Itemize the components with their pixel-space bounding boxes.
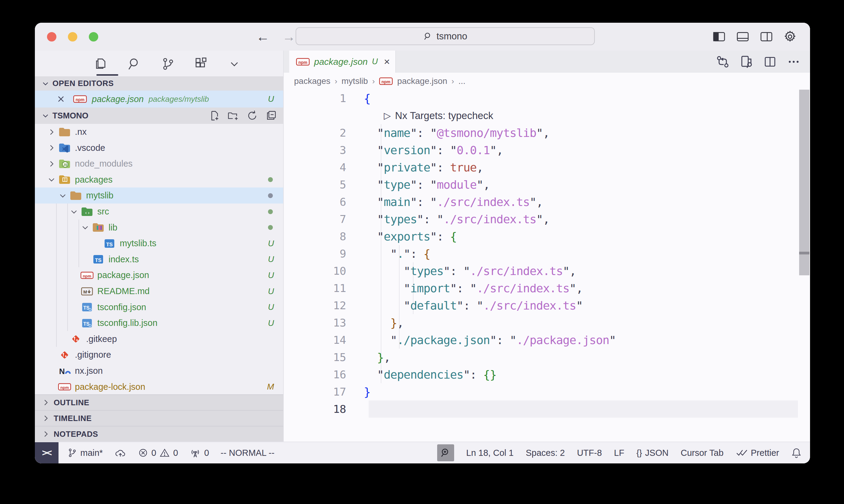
refresh-icon[interactable] — [246, 110, 258, 122]
close-icon[interactable] — [57, 95, 65, 103]
status-item-0[interactable]: 0 — [189, 447, 209, 458]
tree-item--nx[interactable]: .nx — [35, 124, 283, 140]
collapse-all-icon[interactable] — [265, 110, 277, 122]
layout-sidebar-right-icon[interactable] — [759, 30, 774, 44]
tab-package-json[interactable]: npm package.json U × — [289, 51, 396, 73]
code-line-1[interactable]: 1{ — [284, 90, 810, 107]
section-header-notepads[interactable]: NOTEPADS — [35, 426, 283, 442]
code-line-7[interactable]: 7 "types": "./src/index.ts", — [284, 211, 810, 228]
code-line-6[interactable]: 6 "main": "./src/index.ts", — [284, 193, 810, 211]
tree-item-tsconfig-json[interactable]: TStsconfig.jsonU — [35, 299, 283, 315]
tree-item-mytslib-ts[interactable]: TSmytslib.tsU — [35, 235, 283, 251]
status-item-main-[interactable]: main* — [67, 448, 103, 458]
search-icon[interactable] — [125, 55, 143, 73]
open-editors-header[interactable]: OPEN EDITORS — [35, 76, 283, 91]
status-item-prettier[interactable]: Prettier — [736, 448, 779, 458]
status-item-spaces-2[interactable]: Spaces: 2 — [526, 448, 565, 458]
status-item--normal-[interactable]: -- NORMAL -- — [221, 448, 275, 458]
code-line-5[interactable]: 5 "type": "module", — [284, 176, 810, 193]
screencast-zoom-button[interactable] — [437, 444, 454, 461]
gear-icon[interactable] — [783, 30, 797, 44]
code-line-3[interactable]: 3 "version": "0.0.1", — [284, 141, 810, 159]
explorer-section-header[interactable]: TSMONO — [35, 108, 283, 124]
status-item-cloud-upload-icon[interactable] — [114, 448, 126, 458]
chevron-down-icon[interactable] — [225, 55, 243, 73]
code-text: "private": true, — [364, 161, 483, 174]
layout-panel-icon[interactable] — [736, 30, 750, 44]
tree-item--gitignore[interactable]: .gitignore — [35, 347, 283, 363]
tree-item-packages[interactable]: packages — [35, 172, 283, 188]
tree-item-mytslib[interactable]: mytslib — [35, 187, 283, 203]
split-editor-icon[interactable] — [763, 55, 777, 69]
open-editor-item[interactable]: npm package.json packages/mytslib U — [35, 91, 283, 108]
close-tab-icon[interactable]: × — [384, 56, 390, 68]
code-line-12[interactable]: 12 "default": "./src/index.ts" — [284, 297, 810, 314]
minimize-window-button[interactable] — [68, 32, 77, 41]
code-line-16[interactable]: 16 "dependencies": {} — [284, 366, 810, 383]
line-number: 9 — [284, 248, 364, 260]
tsconfig-icon: TS — [80, 301, 94, 313]
tree-item-src[interactable]: ‹›src — [35, 203, 283, 220]
status-item-lf[interactable]: LF — [614, 448, 624, 458]
codelens-row[interactable]: ▷Nx Targets: typecheck — [284, 107, 810, 124]
code-line-15[interactable]: 15 }, — [284, 348, 810, 366]
tree-item-readme-md[interactable]: MREADME.mdU — [35, 283, 283, 299]
indent-spacer — [45, 381, 58, 393]
section-header-outline[interactable]: OUTLINE — [35, 394, 283, 410]
code-line-4[interactable]: 4 "private": true, — [284, 159, 810, 176]
scrollbar-thumb[interactable] — [799, 90, 809, 275]
tree-item-package-json[interactable]: npmpackage.jsonU — [35, 267, 283, 283]
line-number: 17 — [284, 385, 364, 398]
code-line-10[interactable]: 10 "types": "./src/index.ts", — [284, 262, 810, 280]
git-status-badge: U — [268, 302, 274, 312]
tree-item-lib[interactable]: lib — [35, 220, 283, 236]
status-item-0[interactable]: 00 — [138, 448, 178, 458]
remote-indicator[interactable]: >< — [35, 442, 58, 463]
source-control-icon[interactable] — [158, 55, 177, 73]
code-line-14[interactable]: 14 "./package.json": "./package.json" — [284, 331, 810, 348]
tree-item-tsconfig-lib-json[interactable]: TStsconfig.lib.jsonU — [35, 315, 283, 331]
code-line-8[interactable]: 8 "exports": { — [284, 228, 810, 245]
breadcrumb-item[interactable]: packages — [294, 76, 330, 86]
status-item-cursor-tab[interactable]: Cursor Tab — [681, 448, 723, 458]
tree-item-nx-json[interactable]: Nnx.json — [35, 363, 283, 379]
code-line-13[interactable]: 13 }, — [284, 314, 810, 331]
status-item-utf-8[interactable]: UTF-8 — [577, 448, 602, 458]
breadcrumb-item[interactable]: mytslib — [342, 76, 368, 86]
active-view-underline — [97, 74, 118, 76]
code-text: { — [364, 92, 371, 105]
more-actions-icon[interactable] — [787, 55, 801, 69]
tree-item-index-ts[interactable]: TSindex.tsU — [35, 251, 283, 267]
code-line-18[interactable]: 18 — [284, 400, 810, 418]
code-line-11[interactable]: 11 "import": "./src/index.ts", — [284, 280, 810, 297]
svg-text:npm: npm — [83, 274, 91, 278]
breadcrumb-item[interactable]: package.json — [397, 76, 447, 86]
status-item-json[interactable]: {}JSON — [636, 448, 669, 458]
breadcrumb-item[interactable]: ... — [459, 76, 465, 86]
code-text: "types": "./src/index.ts", — [364, 265, 576, 278]
compare-changes-icon[interactable] — [716, 55, 730, 69]
explorer-icon[interactable] — [92, 55, 110, 73]
maximize-window-button[interactable] — [89, 32, 98, 41]
code-line-2[interactable]: 2 "name": "@tsmono/mytslib", — [284, 124, 810, 141]
forward-arrow-icon[interactable]: → — [282, 30, 296, 44]
extensions-icon[interactable] — [192, 55, 210, 73]
code-editor[interactable]: 1{▷Nx Targets: typecheck2 "name": "@tsmo… — [284, 90, 810, 442]
tree-item-package-lock-json[interactable]: npmpackage-lock.jsonM — [35, 379, 283, 394]
new-folder-icon[interactable] — [227, 110, 240, 122]
tree-item--vscode[interactable]: .vscode — [35, 140, 283, 156]
command-center-search[interactable]: tsmono — [296, 27, 595, 45]
new-file-icon[interactable] — [209, 110, 221, 122]
back-arrow-icon[interactable]: ← — [256, 30, 270, 44]
git-status-badge: M — [267, 382, 274, 392]
section-header-timeline[interactable]: TIMELINE — [35, 410, 283, 426]
code-line-17[interactable]: 17} — [284, 383, 810, 400]
status-item-ln-18-col-1[interactable]: Ln 18, Col 1 — [466, 448, 514, 458]
close-window-button[interactable] — [47, 32, 56, 41]
layout-sidebar-left-icon[interactable] — [712, 30, 726, 44]
tree-item-node-modules[interactable]: JSnode_modules — [35, 156, 283, 172]
tree-item--gitkeep[interactable]: .gitkeep — [35, 331, 283, 347]
open-preview-icon[interactable] — [739, 55, 754, 69]
status-item-bell-icon[interactable] — [791, 447, 802, 458]
code-line-9[interactable]: 9 ".": { — [284, 245, 810, 262]
